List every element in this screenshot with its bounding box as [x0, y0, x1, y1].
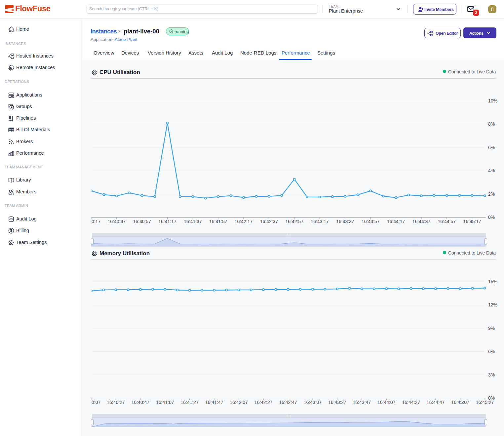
- svg-text:16:44:17: 16:44:17: [387, 219, 405, 224]
- svg-text:6%: 6%: [488, 349, 495, 354]
- svg-text:0:17: 0:17: [92, 219, 100, 224]
- svg-text:16:42:17: 16:42:17: [235, 219, 253, 224]
- svg-text:8%: 8%: [488, 121, 495, 127]
- svg-text:16:43:57: 16:43:57: [362, 219, 380, 224]
- svg-text:16:40:57: 16:40:57: [133, 219, 151, 224]
- svg-text:3%: 3%: [488, 372, 495, 377]
- svg-text:16:40:37: 16:40:37: [108, 219, 126, 224]
- svg-text:16:42:37: 16:42:37: [260, 219, 278, 224]
- svg-text:16:43:17: 16:43:17: [311, 219, 329, 224]
- svg-text:16:43:07: 16:43:07: [304, 400, 322, 405]
- svg-text:16:43:37: 16:43:37: [336, 219, 354, 224]
- svg-text:16:41:27: 16:41:27: [180, 400, 199, 405]
- svg-text:16:44:47: 16:44:47: [427, 400, 445, 405]
- svg-text:16:43:47: 16:43:47: [353, 400, 371, 405]
- svg-text:16:41:47: 16:41:47: [205, 400, 223, 405]
- svg-text:16:41:07: 16:41:07: [156, 400, 174, 405]
- svg-text:16:41:37: 16:41:37: [184, 219, 202, 224]
- svg-text:16:45:27: 16:45:27: [476, 400, 494, 405]
- svg-text:15%: 15%: [488, 279, 497, 284]
- svg-text:16:41:57: 16:41:57: [209, 219, 227, 224]
- svg-text:16:42:07: 16:42:07: [230, 400, 248, 405]
- svg-text:16:42:47: 16:42:47: [279, 400, 297, 405]
- svg-text:2%: 2%: [488, 191, 495, 197]
- svg-text:10%: 10%: [488, 98, 497, 103]
- svg-text:0%: 0%: [488, 215, 495, 220]
- svg-text:16:43:27: 16:43:27: [328, 400, 346, 405]
- svg-text:16:44:07: 16:44:07: [377, 400, 396, 405]
- svg-text:16:42:27: 16:42:27: [254, 400, 273, 405]
- svg-text:16:41:17: 16:41:17: [158, 219, 176, 224]
- svg-text:16:45:07: 16:45:07: [451, 400, 469, 405]
- svg-text:16:42:57: 16:42:57: [285, 219, 303, 224]
- svg-text:16:40:47: 16:40:47: [132, 400, 150, 405]
- svg-text:6%: 6%: [488, 145, 495, 150]
- svg-text:12%: 12%: [488, 302, 497, 307]
- svg-text:16:45:17: 16:45:17: [463, 219, 481, 224]
- svg-text:16:44:27: 16:44:27: [402, 400, 420, 405]
- svg-text:4%: 4%: [488, 168, 495, 173]
- svg-text:16:44:57: 16:44:57: [438, 219, 456, 224]
- svg-text:9%: 9%: [488, 326, 495, 331]
- svg-text:16:44:37: 16:44:37: [412, 219, 431, 224]
- svg-text:0:07: 0:07: [92, 400, 100, 405]
- svg-text:16:40:27: 16:40:27: [107, 400, 125, 405]
